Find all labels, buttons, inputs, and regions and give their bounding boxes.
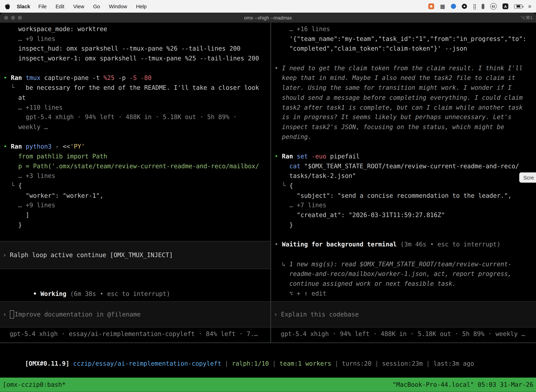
ralph-loop-banner: ›Ralph loop active continue [OMX_TMUX_IN… — [0, 241, 270, 269]
terminal-line: ⌥ + ↑ edit — [274, 289, 536, 299]
terminal-line: p = Path('.omx/state/team/review-current… — [3, 161, 270, 171]
working-detail: (6m 38s • esc to interrupt) — [70, 290, 170, 297]
dots-grid-icon[interactable]: ⣿ — [473, 3, 476, 9]
screen: Slack FileEditViewGoWindowHelp ▦ ⣿ 61 A … — [0, 0, 536, 392]
separator: | — [273, 360, 276, 367]
circle-61-badge[interactable]: 61 — [490, 3, 497, 9]
terminal-line: pending. — [274, 132, 536, 142]
terminal-line: is in progress? It seems likely but perh… — [274, 112, 536, 122]
ralph-loop-text: Ralph loop active continue [OMX_TMUX_INJ… — [10, 250, 173, 260]
grid-icon[interactable]: ▦ — [440, 3, 445, 9]
terminal-line: task2 after task1 is complete, but can I… — [274, 103, 536, 112]
apple-menu-icon[interactable] — [5, 3, 10, 9]
omx-ralph-counter: ralph:1/10 — [232, 360, 269, 367]
left-pane-scrollback: workspace_mode: worktree … +9 lines insp… — [0, 23, 270, 230]
terminal-line: continue assigned work or next feasible … — [274, 279, 536, 289]
terminal-line — [3, 132, 270, 142]
terminal-line — [274, 54, 536, 63]
dark-app-icon[interactable] — [462, 4, 467, 9]
omx-team-workers: team:1 workers — [279, 360, 331, 367]
separator: | — [426, 360, 430, 367]
separator: | — [335, 360, 338, 367]
chevron-icon: › — [274, 309, 278, 319]
terminal-line: gpt-5.4 xhigh · 94% left · 488K in · 5.1… — [3, 112, 270, 122]
omx-version: [OMX#0.11.9] — [25, 360, 69, 367]
terminal-line — [3, 63, 270, 73]
left-prompt-input[interactable]: ›Improve documentation in @filename — [0, 301, 270, 327]
terminal-line: tasks/task-2.json" — [274, 171, 536, 181]
recording-indicator-icon[interactable] — [428, 3, 434, 9]
menu-items: FileEditViewGoWindowHelp — [38, 3, 147, 9]
menu-item-help[interactable]: Help — [136, 3, 147, 9]
terminal-line: } — [274, 220, 536, 230]
key-icon[interactable] — [482, 4, 484, 9]
separator: | — [225, 360, 228, 367]
right-prompt-input[interactable]: ›Explain this codebase — [271, 301, 536, 327]
terminal-line: … +110 lines — [3, 103, 270, 112]
separator: | — [375, 360, 379, 367]
terminal-line: inspect_worker-1: omx sparkshell --tmux-… — [3, 54, 270, 63]
menu-lines-icon[interactable]: ≡ — [528, 3, 531, 9]
terminal-line: • Ran set -euo pipefail — [274, 152, 536, 161]
terminal-line: … +16 lines — [274, 24, 536, 34]
terminal-line: └ { — [3, 181, 270, 191]
terminal-line: "created_at": "2026-03-31T11:59:27.816Z" — [274, 210, 536, 220]
terminal-line: • Waiting for background terminal (3m 46… — [274, 240, 536, 250]
left-model-status-line: gpt-5.4 xhigh · essay/ai-reimplementatio… — [10, 329, 258, 339]
omx-status-bar: [OMX#0.11.9] cczip/essay/ai-reimplementa… — [3, 349, 474, 378]
terminal-line: • Ran python3 - <<'PY' — [3, 142, 270, 152]
terminal-line: later. Using the same for transition mig… — [274, 83, 536, 93]
terminal-line: … +9 lines — [3, 201, 270, 210]
terminal-line: cat "$OMX_TEAM_STATE_ROOT/team/review-cu… — [274, 161, 536, 171]
working-bullet: • — [33, 290, 40, 297]
terminal-line: inspect_hud: omx sparkshell --tmux-pane … — [3, 44, 270, 54]
menu-item-go[interactable]: Go — [93, 3, 100, 9]
terminal-line: "subject": "send a concise recommendatio… — [274, 191, 536, 201]
omx-last-activity: last:3m ago — [433, 360, 474, 367]
terminal-line: • Ran tmux capture-pane -t %25 -p -S -80 — [3, 73, 270, 83]
tmux-pane-left[interactable]: workspace_mode: worktree … +9 lines insp… — [0, 23, 270, 342]
blue-app-icon[interactable] — [451, 4, 456, 9]
terminal-line — [274, 250, 536, 259]
menu-item-view[interactable]: View — [73, 3, 84, 9]
macos-menu-bar: Slack FileEditViewGoWindowHelp ▦ ⣿ 61 A … — [0, 0, 536, 13]
terminal-line: "completed","claim_token":"claim-token"}… — [274, 44, 536, 54]
input-source-a-icon[interactable]: A — [502, 3, 508, 9]
right-pane-scrollback: … +16 lines '{"team_name":"my-team","tas… — [271, 23, 536, 299]
menu-item-window[interactable]: Window — [109, 3, 127, 9]
terminal-line: … +7 lines — [274, 201, 536, 210]
battery-icon[interactable] — [514, 4, 522, 8]
window-title-bar[interactable]: omx --xhigh --madmax ⌥⌘1 — [0, 13, 536, 23]
terminal-line: … +9 lines — [3, 34, 270, 44]
input-placeholder: Explain this codebase — [281, 309, 359, 319]
terminal-line: should send a message before completing … — [274, 93, 536, 103]
active-app-name[interactable]: Slack — [17, 3, 30, 9]
terminal-line: '{"team_name":"my-team","task_id":"1","f… — [274, 34, 536, 44]
window-title: omx --xhigh --madmax — [0, 15, 536, 20]
terminal-line — [274, 142, 536, 152]
terminal-line: readme-and-reco/mailbox/worker-1.json, a… — [274, 269, 536, 279]
terminal-line: from pathlib import Path — [3, 152, 270, 161]
tmux-session-window[interactable]: [omx-cczip0:bash* — [3, 380, 66, 390]
screen-share-edge-tooltip[interactable]: Scre — [519, 173, 536, 183]
tmux-status-bar: [omx-cczip0:bash* "MacBook-Pro-44.local"… — [0, 378, 536, 392]
working-label: Working — [40, 290, 70, 297]
terminal-line: └ { — [274, 181, 536, 191]
menu-item-file[interactable]: File — [38, 3, 47, 9]
menu-item-edit[interactable]: Edit — [56, 3, 64, 9]
input-placeholder: Improve documentation in @filename — [14, 309, 140, 319]
terminal-line: weekly … — [3, 122, 270, 132]
terminal-line — [274, 230, 536, 240]
tmux-pane-right[interactable]: … +16 lines '{"team_name":"my-team","tas… — [271, 23, 536, 342]
omx-turns: turns:20 — [342, 360, 372, 367]
terminal-line: • I need to get the claim token from the… — [274, 63, 536, 73]
terminal-cursor — [10, 310, 14, 319]
window-shortcut-badge: ⌥⌘1 — [521, 15, 532, 20]
pane-divider-horizontal — [0, 342, 536, 343]
terminal-line: at — [3, 93, 270, 103]
omx-session-path: cczip/essay/ai-reimplementation-copyleft — [73, 360, 221, 367]
menu-status-icons: ▦ ⣿ 61 A ≡ — [428, 3, 531, 9]
tmux-hostname-clock: "MacBook-Pro-44.local" 05:03 31-Mar-26 — [392, 380, 533, 390]
terminal-line: keep that in mind. Maybe I also need the… — [274, 73, 536, 83]
chevron-icon: › — [3, 309, 6, 319]
